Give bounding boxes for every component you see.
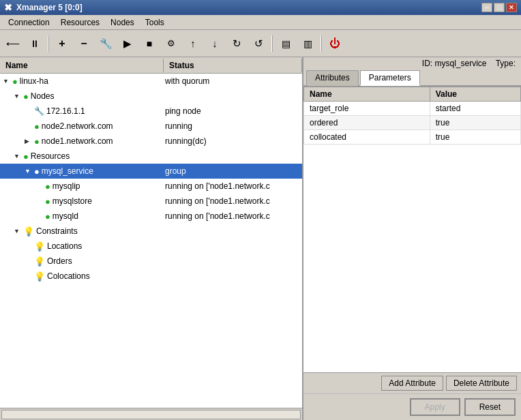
tree-item-locations[interactable]: 💡Locations: [0, 239, 302, 254]
link-toolbar-btn[interactable]: ⚙: [161, 33, 181, 54]
id-value: mysql_service: [434, 59, 486, 68]
back2-toolbar-btn[interactable]: ↺: [248, 33, 269, 54]
menu-nodes[interactable]: Nodes: [105, 16, 140, 29]
refresh-toolbar-btn[interactable]: ↻: [226, 33, 247, 54]
pause-toolbar-btn[interactable]: ⏸: [25, 33, 45, 54]
node-icon-node-172: 🔧: [34, 106, 44, 116]
maximize-button[interactable]: □: [494, 3, 505, 12]
tree-item-node1[interactable]: ▶●node1.network.comrunning(dc): [0, 134, 302, 149]
tree-item-mysqld[interactable]: ●mysqldrunning on ['node1.network.c: [0, 209, 302, 224]
node-label-node2: node2.network.com: [42, 121, 113, 131]
node-icon-resources: ●: [23, 151, 29, 162]
tree-item-mysqlstore[interactable]: ●mysqlstorerunning on ['node1.network.c: [0, 194, 302, 209]
left-panel: Name Status ▼●linux-hawith quorum▼●Nodes…: [0, 57, 303, 420]
node-label-linux-ha: linux-ha: [20, 76, 48, 86]
delete-attribute-button[interactable]: Delete Attribute: [446, 376, 517, 391]
tree-item-node-172[interactable]: 🔧172.16.1.1ping node: [0, 104, 302, 119]
tree-item-resources[interactable]: ▼●Resources: [0, 149, 302, 164]
wrench-toolbar-btn[interactable]: 🔧: [95, 33, 116, 54]
node-icon-node1: ●: [34, 136, 40, 147]
node-icon-linux-ha: ●: [12, 76, 18, 87]
node-icon-colocations: 💡: [34, 271, 45, 282]
reset-button[interactable]: Reset: [464, 398, 516, 416]
table-row[interactable]: orderedtrue: [304, 116, 521, 130]
down-toolbar-btn[interactable]: ↓: [205, 33, 225, 54]
scrollbar-track[interactable]: [1, 410, 301, 419]
close-button[interactable]: ✕: [506, 3, 517, 12]
play-toolbar-btn[interactable]: ▶: [117, 33, 138, 54]
id-label: ID:: [422, 59, 432, 68]
node-label-locations: Locations: [47, 241, 82, 251]
node-label-nodes: Nodes: [31, 91, 55, 101]
menu-connection[interactable]: Connection: [3, 16, 55, 29]
tree-item-mysqlip[interactable]: ●mysqliprunning on ['node1.network.c: [0, 179, 302, 194]
tree-item-constraints[interactable]: ▼💡Constraints: [0, 224, 302, 239]
attr-name-2: collocated: [304, 130, 430, 145]
table-row[interactable]: target_rolestarted: [304, 102, 521, 116]
tree-item-orders[interactable]: 💡Orders: [0, 254, 302, 269]
back-toolbar-btn[interactable]: ⟵: [3, 33, 23, 54]
up-toolbar-btn[interactable]: ↑: [183, 33, 203, 54]
col-name-th: Name: [304, 87, 430, 102]
node-label-colocations: Colocations: [47, 271, 90, 281]
node-icon-mysql-service: ●: [34, 166, 40, 177]
power-toolbar-btn[interactable]: ⏻: [325, 33, 345, 54]
node-status-mysql-service: group: [162, 166, 302, 176]
attr-value-1: true: [430, 116, 520, 130]
tree-item-node2[interactable]: ●node2.network.comrunning: [0, 119, 302, 134]
expand-icon-node1[interactable]: ▶: [25, 138, 34, 145]
col-value-th: Value: [430, 87, 520, 102]
node-label-resources: Resources: [31, 151, 70, 161]
expand-icon-mysql-service[interactable]: ▼: [25, 168, 34, 175]
tree-item-colocations[interactable]: 💡Colocations: [0, 269, 302, 284]
tree-item-linux-ha[interactable]: ▼●linux-hawith quorum: [0, 74, 302, 89]
tree-item-mysql-service[interactable]: ▼●mysql_servicegroup: [0, 164, 302, 179]
col-name-header: Name: [0, 59, 164, 72]
remove-toolbar-btn[interactable]: −: [74, 33, 94, 54]
node-label-constraints: Constraints: [36, 226, 78, 236]
col-status-header: Status: [164, 59, 302, 72]
node-status-mysqlip: running on ['node1.network.c: [162, 181, 302, 191]
apply-button[interactable]: Apply: [410, 398, 460, 416]
menu-tools[interactable]: Tools: [140, 16, 170, 29]
tree-item-nodes[interactable]: ▼●Nodes: [0, 89, 302, 104]
expand-icon-linux-ha[interactable]: ▼: [3, 78, 12, 85]
tree-container: ▼●linux-hawith quorum▼●Nodes 🔧172.16.1.1…: [0, 74, 302, 408]
left-panel-scrollbar[interactable]: [0, 408, 302, 420]
titlebar-buttons: ─ □ ✕: [481, 3, 517, 12]
menubar: Connection Resources Nodes Tools: [0, 15, 521, 30]
window-title: Xmanager 5 [0:0]: [16, 3, 83, 12]
node-status-node2: running: [162, 121, 302, 131]
list-toolbar-btn[interactable]: ▤: [276, 33, 296, 54]
toolbar: ⟵ ⏸ + − 🔧 ▶ ■ ⚙ ↑ ↓ ↻ ↺ ▤ ▥ ⏻: [0, 30, 521, 57]
type-label: Type:: [496, 59, 516, 68]
node-label-mysql-service: mysql_service: [42, 166, 93, 176]
stop-toolbar-btn[interactable]: ■: [139, 33, 160, 54]
node-status-mysqlstore: running on ['node1.network.c: [162, 196, 302, 206]
app-icon: ✖: [4, 2, 12, 13]
node-status-node-172: ping node: [162, 106, 302, 116]
node-icon-locations: 💡: [34, 241, 45, 252]
list2-toolbar-btn[interactable]: ▥: [297, 33, 318, 54]
tab-parameters[interactable]: Parameters: [360, 70, 420, 86]
node-status-linux-ha: with quorum: [162, 76, 302, 86]
node-label-mysqlstore: mysqlstore: [53, 196, 92, 206]
toolbar-sep-1: [48, 35, 49, 52]
right-panel: ID: mysql_service Type: Attributes Param…: [303, 57, 521, 420]
menu-resources[interactable]: Resources: [55, 16, 105, 29]
add-toolbar-btn[interactable]: +: [52, 33, 72, 54]
attr-table-container: Name Value target_rolestartedorderedtrue…: [303, 87, 521, 372]
expand-icon-nodes[interactable]: ▼: [14, 93, 23, 100]
add-attribute-button[interactable]: Add Attribute: [381, 376, 443, 391]
expand-icon-resources[interactable]: ▼: [14, 153, 23, 160]
toolbar-sep-2: [271, 35, 273, 52]
expand-icon-constraints[interactable]: ▼: [14, 228, 23, 235]
node-icon-mysqld: ●: [45, 211, 50, 222]
table-row[interactable]: collocatedtrue: [304, 130, 521, 145]
tab-attributes[interactable]: Attributes: [306, 70, 359, 86]
minimize-button[interactable]: ─: [481, 3, 492, 12]
attr-table: Name Value target_rolestartedorderedtrue…: [303, 87, 521, 145]
right-panel-id-row: ID: mysql_service Type:: [303, 57, 521, 70]
attr-name-1: ordered: [304, 116, 430, 130]
node-label-orders: Orders: [47, 256, 72, 266]
